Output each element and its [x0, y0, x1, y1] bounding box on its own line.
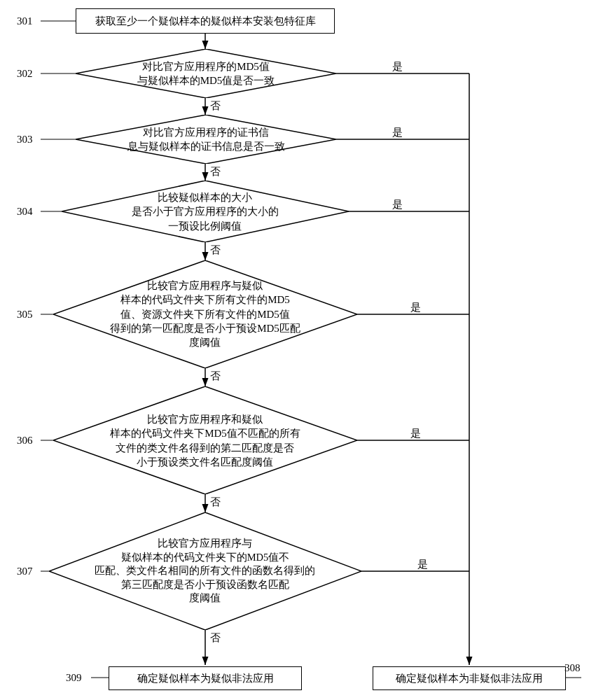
decision-304-text: 比较疑似样本的大小 是否小于官方应用程序的大小的 一预设比例阈值 — [99, 190, 311, 233]
decision-307-text: 比较官方应用程序与 疑似样本的代码文件夹下的MD5值不 匹配、类文件名相同的所有… — [81, 537, 331, 606]
step-number-303: 303 — [17, 134, 33, 146]
decision-304: 比较疑似样本的大小 是否小于官方应用程序的大小的 一预设比例阈值 — [62, 181, 349, 242]
yes-label-306: 是 — [410, 427, 421, 440]
decision-302-text: 对比官方应用程序的MD5值 与疑似样本的MD5值是否一致 — [102, 59, 310, 88]
decision-305: 比较官方应用程序与疑似 样本的代码文件夹下所有文件的MD5 值、资源文件夹下所有… — [53, 260, 357, 368]
step-number-304: 304 — [17, 206, 33, 218]
terminal-309-box: 确定疑似样本为疑似非法应用 — [109, 666, 302, 690]
terminal-309-text: 确定疑似样本为疑似非法应用 — [137, 671, 274, 685]
step-number-306: 306 — [17, 435, 33, 447]
decision-307: 比较官方应用程序与 疑似样本的代码文件夹下的MD5值不 匹配、类文件名相同的所有… — [49, 512, 361, 630]
step-number-302: 302 — [17, 68, 33, 80]
decision-306: 比较官方应用程序和疑似 样本的代码文件夹下MD5值不匹配的所有 文件的类文件名得… — [53, 386, 357, 494]
step-301-box: 获取至少一个疑似样本的疑似样本安装包特征库 — [76, 8, 335, 34]
yes-label-307: 是 — [417, 558, 428, 571]
no-label-305: 否 — [210, 370, 221, 383]
decision-303-text: 对比官方应用程序的证书信 息与疑似样本的证书信息是否一致 — [102, 125, 310, 154]
terminal-308-text: 确定疑似样本为非疑似非法应用 — [396, 671, 543, 685]
yes-label-304: 是 — [392, 198, 403, 211]
decision-306-text: 比较官方应用程序和疑似 样本的代码文件夹下MD5值不匹配的所有 文件的类文件名得… — [87, 412, 324, 469]
step-number-305: 305 — [17, 309, 33, 321]
no-label-304: 否 — [210, 244, 221, 257]
yes-label-302: 是 — [392, 60, 403, 74]
no-label-306: 否 — [210, 496, 221, 509]
step-number-307: 307 — [17, 566, 33, 578]
no-label-307: 否 — [210, 631, 221, 645]
yes-label-303: 是 — [392, 126, 403, 139]
no-label-302: 否 — [210, 99, 221, 113]
step-number-309: 309 — [66, 672, 82, 684]
step-301-text: 获取至少一个疑似样本的疑似样本安装包特征库 — [95, 14, 316, 28]
step-number-308: 308 — [564, 662, 581, 674]
step-number-301: 301 — [17, 15, 33, 27]
terminal-308-box: 确定疑似样本为非疑似非法应用 — [373, 666, 566, 690]
decision-305-text: 比较官方应用程序与疑似 样本的代码文件夹下所有文件的MD5 值、资源文件夹下所有… — [90, 279, 321, 349]
no-label-303: 否 — [210, 165, 221, 178]
decision-303: 对比官方应用程序的证书信 息与疑似样本的证书信息是否一致 — [76, 115, 336, 164]
yes-label-305: 是 — [410, 301, 421, 314]
decision-302: 对比官方应用程序的MD5值 与疑似样本的MD5值是否一致 — [76, 49, 336, 98]
